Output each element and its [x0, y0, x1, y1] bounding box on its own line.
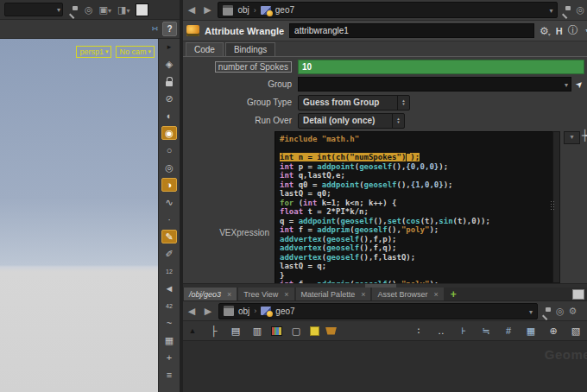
- grid-snap-icon[interactable]: #: [501, 324, 516, 338]
- gear-icon[interactable]: ⚙: [569, 307, 578, 316]
- cook-indicator-icon[interactable]: ◔: [584, 25, 587, 37]
- align-nodes-icon[interactable]: ≒: [478, 324, 494, 338]
- layer-disc-icon[interactable]: ≡: [161, 368, 177, 382]
- param-label[interactable]: Run Over: [183, 116, 298, 125]
- cone-light-icon[interactable]: ◎: [161, 161, 177, 174]
- flag-image-icon[interactable]: ▧: [568, 324, 584, 338]
- spinner-icon[interactable]: [397, 96, 409, 110]
- close-tab-icon[interactable]: ×: [361, 290, 365, 299]
- list-view-icon[interactable]: ▤: [228, 324, 243, 338]
- normal-lighting-icon[interactable]: ◐: [161, 109, 177, 123]
- pane-tab[interactable]: Tree View×: [238, 288, 294, 300]
- expand-string-icon[interactable]: ┾: [582, 130, 587, 142]
- lock-icon[interactable]: [161, 74, 177, 88]
- headlight-only-icon[interactable]: ⊘: [161, 92, 177, 105]
- high-quality-lighting-icon[interactable]: ◉: [161, 126, 177, 140]
- pin-icon[interactable]: [69, 5, 79, 15]
- param-label[interactable]: Group Type: [183, 98, 298, 107]
- marker-brush-icon[interactable]: ✎: [161, 230, 177, 243]
- add-tab-button[interactable]: +: [445, 288, 462, 300]
- snap-nodes-icon[interactable]: ⊦: [456, 324, 471, 338]
- toolbar-overflow-icon[interactable]: ▸: [161, 40, 177, 54]
- palette-icon[interactable]: [271, 326, 282, 336]
- viewport-3d[interactable]: persp1 No cam: [0, 39, 159, 392]
- tree-view-icon[interactable]: ├: [206, 324, 222, 338]
- radial-menu-icon[interactable]: ◎: [85, 5, 93, 15]
- network-breadcrumb[interactable]: obj geo7: [218, 303, 538, 319]
- path-dropdown-icon[interactable]: [529, 307, 533, 316]
- close-tab-icon[interactable]: ×: [227, 290, 231, 299]
- gear-icon[interactable]: ⚙▾: [540, 25, 551, 37]
- reselect-arrow-icon[interactable]: ➤: [571, 75, 587, 93]
- tab-bindings[interactable]: Bindings: [225, 42, 275, 56]
- bundle-basket-icon[interactable]: [325, 327, 337, 335]
- grid-display-icon[interactable]: ▦: [523, 324, 539, 338]
- houdini-badge-icon[interactable]: H: [556, 26, 563, 36]
- cam-link-menu[interactable]: No cam: [116, 46, 155, 58]
- pin-pane-icon[interactable]: [542, 307, 552, 316]
- close-tab-icon[interactable]: ×: [284, 290, 288, 299]
- tab-code[interactable]: Code: [186, 42, 224, 56]
- node-shape-icon[interactable]: ▢: [288, 324, 304, 338]
- net-toolbar-left: ▲├▤▥▢: [185, 324, 337, 338]
- layout-list-icon[interactable]: ∺: [151, 25, 158, 33]
- gem-display-icon[interactable]: ◈: [161, 57, 177, 71]
- forward-arrow-icon[interactable]: [202, 4, 214, 16]
- spokes-value-field[interactable]: 10: [298, 60, 584, 74]
- back-arrow-icon[interactable]: [186, 4, 198, 16]
- network-canvas[interactable]: Geometr: [183, 341, 587, 392]
- pane-tab[interactable]: Material Palette×: [296, 288, 371, 300]
- breadcrumb-node[interactable]: geo7: [275, 307, 294, 316]
- editor-resize-grip[interactable]: [550, 200, 556, 212]
- smooth-shaded-icon[interactable]: ◑: [161, 178, 177, 192]
- pin-pane-icon[interactable]: [562, 5, 571, 15]
- info-icon[interactable]: ⓘ: [568, 23, 578, 38]
- close-tab-icon[interactable]: ×: [433, 290, 438, 299]
- template-grid-icon[interactable]: ▦: [161, 333, 177, 347]
- help-button[interactable]: ?: [162, 22, 177, 36]
- pane-tab[interactable]: Asset Browser×: [372, 288, 443, 300]
- zoom-search-icon[interactable]: ⊕: [546, 324, 561, 338]
- group-input-field[interactable]: [298, 77, 571, 92]
- node-parms-icon[interactable]: ▥: [249, 324, 265, 338]
- geometry-cube-icon[interactable]: ▣: [99, 5, 111, 15]
- link-circle-icon[interactable]: ◎: [556, 307, 565, 316]
- badge-display-icon[interactable]: ∶: [411, 324, 426, 338]
- camera-view-icon[interactable]: ◨: [117, 5, 129, 15]
- path-dropdown-icon[interactable]: [549, 5, 552, 15]
- viewer-state-dropdown[interactable]: [4, 3, 63, 16]
- param-label[interactable]: Group: [183, 79, 298, 89]
- forward-arrow-icon[interactable]: [202, 306, 214, 317]
- vex-code[interactable]: #include "math.h" int n = int(ch("numSpo…: [275, 131, 557, 286]
- spinner-icon[interactable]: [392, 114, 404, 128]
- breadcrumb-root[interactable]: obj: [237, 5, 249, 15]
- point-numbers-icon[interactable]: 12: [161, 264, 177, 278]
- breadcrumb[interactable]: obj geo7: [218, 2, 558, 18]
- camera-menu[interactable]: persp1: [76, 46, 111, 58]
- scene-viewer-pane: ◎ ▣ ◨ ∺ ? persp1 No cam ▸◈⊘◐◉○◎◑∿·✎✐12◄4…: [0, 0, 180, 392]
- prim-numbers-icon[interactable]: 42: [161, 299, 177, 313]
- pane-maximize-icon[interactable]: [572, 289, 584, 300]
- curve-hull-icon[interactable]: ~: [161, 316, 177, 330]
- point-light-icon[interactable]: ○: [161, 143, 177, 157]
- runover-select[interactable]: Detail (only once): [298, 113, 405, 129]
- editor-options-dropdown[interactable]: [564, 131, 580, 144]
- link-circle-icon[interactable]: ◎: [576, 5, 584, 15]
- eyedropper-icon[interactable]: ✐: [161, 247, 177, 261]
- pane-scroll-icon[interactable]: ▲: [185, 324, 200, 338]
- group-dropdown-icon[interactable]: [565, 79, 568, 89]
- pane-tab[interactable]: /obj/geo3×: [184, 288, 237, 300]
- origin-axes-icon[interactable]: +: [161, 351, 177, 364]
- vertex-markers-icon[interactable]: ◄: [161, 281, 177, 295]
- grouptype-select[interactable]: Guess from Group: [298, 95, 410, 111]
- breadcrumb-node[interactable]: geo7: [275, 5, 294, 15]
- param-label[interactable]: number of Spokes: [183, 62, 298, 72]
- name-display-icon[interactable]: ‥: [433, 324, 449, 338]
- point-display-icon[interactable]: ·: [161, 212, 177, 226]
- node-name-field[interactable]: attribwrangle1: [289, 23, 534, 38]
- breadcrumb-root[interactable]: obj: [238, 307, 249, 316]
- sticky-note-icon[interactable]: [310, 326, 319, 336]
- snap-mode-icon[interactable]: ∿: [161, 195, 177, 209]
- back-arrow-icon[interactable]: [186, 306, 198, 317]
- color-swatch[interactable]: [136, 3, 148, 16]
